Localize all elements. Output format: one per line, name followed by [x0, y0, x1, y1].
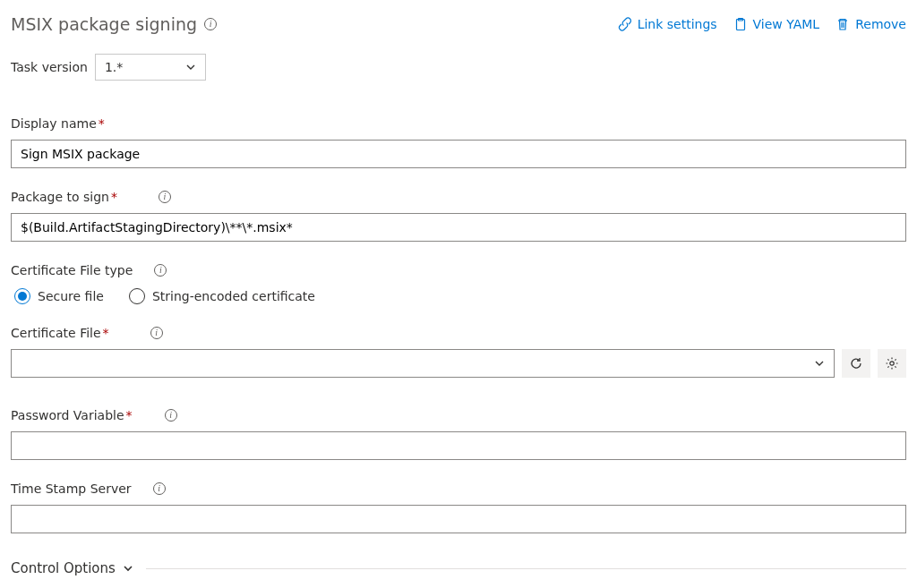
- certificate-file-select[interactable]: [11, 349, 835, 378]
- view-yaml-button[interactable]: View YAML: [733, 17, 820, 31]
- remove-label: Remove: [855, 17, 906, 31]
- link-icon: [618, 17, 632, 31]
- view-yaml-label: View YAML: [753, 17, 820, 31]
- radio-icon: [14, 288, 30, 304]
- chevron-down-icon: [814, 358, 825, 369]
- settings-button[interactable]: [878, 349, 906, 378]
- radio-secure-file-label: Secure file: [38, 289, 104, 303]
- info-icon[interactable]: i: [154, 264, 167, 277]
- time-stamp-server-input[interactable]: [11, 505, 906, 533]
- time-stamp-server-label: Time Stamp Server: [11, 481, 132, 496]
- clipboard-icon: [733, 17, 748, 31]
- display-name-input[interactable]: [11, 140, 906, 168]
- info-icon[interactable]: i: [150, 327, 163, 339]
- info-icon[interactable]: i: [165, 409, 177, 422]
- radio-string-encoded[interactable]: String-encoded certificate: [129, 288, 315, 304]
- info-icon[interactable]: i: [159, 191, 171, 203]
- svg-point-2: [890, 362, 894, 365]
- info-icon[interactable]: i: [204, 18, 217, 30]
- refresh-icon: [849, 356, 863, 371]
- info-icon[interactable]: i: [153, 482, 166, 495]
- chevron-down-icon: [185, 62, 196, 72]
- trash-icon: [836, 17, 850, 31]
- password-variable-input[interactable]: [11, 431, 906, 460]
- display-name-label: Display name*: [11, 116, 105, 131]
- remove-button[interactable]: Remove: [836, 17, 906, 31]
- task-title: MSIX package signing: [11, 14, 197, 34]
- task-version-select[interactable]: 1.*: [95, 54, 206, 81]
- radio-string-encoded-label: String-encoded certificate: [152, 289, 315, 303]
- radio-secure-file[interactable]: Secure file: [14, 288, 104, 304]
- link-settings-label: Link settings: [638, 17, 717, 31]
- package-to-sign-input[interactable]: [11, 213, 906, 242]
- chevron-down-icon: [123, 563, 133, 574]
- control-options-section[interactable]: Control Options: [11, 560, 906, 576]
- certificate-file-label: Certificate File*: [11, 326, 109, 340]
- divider: [146, 568, 906, 569]
- gear-icon: [885, 356, 899, 371]
- package-to-sign-label: Package to sign*: [11, 190, 117, 204]
- refresh-button[interactable]: [842, 349, 870, 378]
- password-variable-label: Password Variable*: [11, 408, 133, 422]
- link-settings-button[interactable]: Link settings: [618, 17, 717, 31]
- task-version-label: Task version: [11, 60, 88, 74]
- control-options-title: Control Options: [11, 560, 116, 576]
- task-header: MSIX package signing i Link settings Vie…: [11, 14, 906, 34]
- task-version-value: 1.*: [105, 60, 123, 74]
- radio-icon: [129, 288, 145, 304]
- certificate-file-type-label: Certificate File type: [11, 263, 133, 277]
